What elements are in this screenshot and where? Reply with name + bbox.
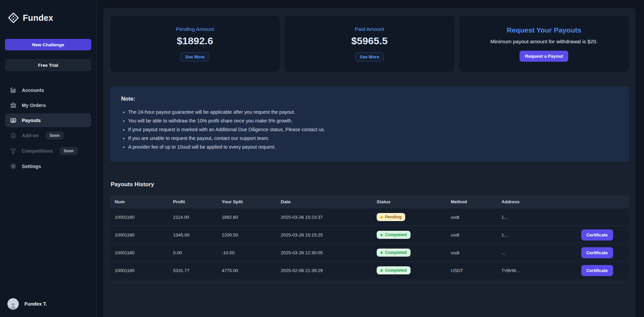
content-panel: Pending Amount $1892.6 See More Paid Amo… bbox=[103, 8, 636, 317]
status-dot-icon bbox=[380, 252, 383, 254]
paid-see-more-button[interactable]: See More bbox=[355, 52, 384, 61]
table-row: 10001160 1345.00 1200.50 2025-03-26 15:1… bbox=[110, 226, 629, 244]
sidebar-item-label: Settings bbox=[22, 164, 41, 169]
column-header-date: Date bbox=[276, 199, 372, 204]
paid-amount-card: Paid Amount $5965.5 See More bbox=[284, 16, 454, 72]
cell-profit: 2114.00 bbox=[168, 215, 217, 220]
note-item: The 24-hour payout guarantee will be app… bbox=[128, 108, 618, 116]
note-list: The 24-hour payout guarantee will be app… bbox=[121, 108, 618, 151]
section-divider bbox=[110, 282, 629, 282]
request-payouts-title: Request Your Payouts bbox=[507, 26, 581, 34]
minimum-payout-text: Minimum payout amount for withdrawal is … bbox=[490, 39, 598, 45]
payouts-history-table: Num Profit Your Split Date Status Method… bbox=[110, 195, 629, 279]
table-header-row: Num Profit Your Split Date Status Method… bbox=[110, 195, 629, 208]
payouts-history-title: Payouts History bbox=[110, 181, 629, 188]
puzzle-icon bbox=[10, 132, 17, 139]
note-box: Note: The 24-hour payout guarantee will … bbox=[110, 87, 629, 162]
cell-num: 10001160 bbox=[110, 250, 168, 255]
status-label: Completed bbox=[385, 268, 407, 273]
cell-address: ... bbox=[497, 250, 560, 255]
certificate-button[interactable]: Certificate bbox=[581, 247, 613, 258]
paid-amount-label: Paid Amount bbox=[355, 26, 384, 32]
pending-amount-label: Pending Amount bbox=[176, 26, 214, 32]
cell-split: 1892.60 bbox=[217, 215, 276, 220]
table-row: 10001160 2114.00 1892.60 2025-03-26 15:2… bbox=[110, 208, 629, 226]
cell-profit: 5331.77 bbox=[168, 268, 217, 273]
soon-badge: Soon bbox=[60, 147, 77, 155]
sidebar-item-add-on[interactable]: Add-on Soon bbox=[5, 128, 91, 143]
sidebar: Fundex New Challenge Free Trial Accounts bbox=[0, 0, 97, 317]
sidebar-item-label: Payouts bbox=[22, 118, 41, 123]
sidebar-item-payouts[interactable]: Payouts bbox=[5, 113, 91, 127]
sidebar-item-competitions[interactable]: Competitions Soon bbox=[5, 144, 91, 158]
request-payout-button[interactable]: Request a Payout bbox=[520, 51, 568, 62]
sidebar-item-accounts[interactable]: Accounts bbox=[5, 83, 91, 97]
cell-date: 2025-02-06 21:39:29 bbox=[276, 268, 372, 273]
sidebar-item-label: Competitions bbox=[22, 148, 53, 154]
cell-split: 4775.00 bbox=[217, 268, 276, 273]
cell-status: Completed bbox=[372, 266, 446, 274]
column-header-status: Status bbox=[372, 199, 446, 204]
cell-address: 1... bbox=[497, 232, 560, 237]
trophy-icon bbox=[10, 148, 17, 155]
gear-icon bbox=[10, 163, 17, 170]
soon-badge: Soon bbox=[46, 132, 63, 139]
cell-split: 1200.50 bbox=[217, 232, 276, 237]
cell-action: Certificate bbox=[560, 265, 629, 276]
pending-see-more-button[interactable]: See More bbox=[180, 52, 209, 61]
cell-method: usdt bbox=[446, 250, 497, 255]
cell-method: usdt bbox=[446, 215, 497, 220]
status-badge: Completed bbox=[377, 249, 411, 257]
cell-split: -10.00 bbox=[217, 250, 276, 255]
cell-num: 10001160 bbox=[110, 215, 168, 220]
cell-status: Completed bbox=[372, 231, 446, 239]
certificate-button[interactable]: Certificate bbox=[581, 229, 613, 241]
bank-icon bbox=[10, 102, 17, 109]
table-body: 10001160 2114.00 1892.60 2025-03-26 15:2… bbox=[110, 208, 629, 279]
brand-logo: Fundex bbox=[5, 0, 91, 23]
column-header-your-split: Your Split bbox=[217, 199, 276, 204]
cell-action: Certificate bbox=[560, 229, 629, 241]
fundex-logo-icon bbox=[8, 12, 19, 23]
banknote-icon bbox=[10, 117, 17, 124]
main-area: Pending Amount $1892.6 See More Paid Amo… bbox=[97, 0, 644, 317]
certificate-button[interactable]: Certificate bbox=[581, 265, 613, 276]
status-label: Completed bbox=[385, 232, 407, 237]
free-trial-button[interactable]: Free Trial bbox=[5, 59, 91, 71]
note-item: A provider fee of up to 10usd will be ap… bbox=[128, 143, 618, 151]
cell-status: Pending bbox=[372, 213, 446, 221]
pending-amount-value: $1892.6 bbox=[177, 35, 213, 47]
cell-date: 2025-03-26 15:15:25 bbox=[276, 232, 372, 237]
status-badge: Completed bbox=[377, 266, 411, 274]
user-profile[interactable]: Fundex T. bbox=[5, 298, 91, 317]
cell-profit: 1345.00 bbox=[168, 232, 217, 237]
sidebar-item-settings[interactable]: Settings bbox=[5, 159, 91, 173]
request-payout-card: Request Your Payouts Minimum payout amou… bbox=[459, 16, 629, 72]
table-row: 10001160 0.00 -10.00 2025-03-26 12:30:05… bbox=[110, 244, 629, 261]
sidebar-nav: Accounts My Orders bbox=[5, 83, 91, 173]
new-challenge-button[interactable]: New Challenge bbox=[5, 39, 91, 50]
column-header-address: Address bbox=[497, 199, 560, 204]
note-item: If you are unable to request the payout,… bbox=[128, 134, 618, 143]
sidebar-item-my-orders[interactable]: My Orders bbox=[5, 98, 91, 112]
sidebar-item-label: My Orders bbox=[22, 103, 46, 108]
cell-address: 1... bbox=[497, 215, 560, 220]
pending-amount-card: Pending Amount $1892.6 See More bbox=[110, 16, 280, 72]
avatar bbox=[7, 298, 19, 310]
note-item: If your payout request is marked with an… bbox=[128, 125, 618, 134]
cell-address: TVBrW... bbox=[497, 268, 560, 273]
table-row: 10001160 5331.77 4775.00 2025-02-06 21:3… bbox=[110, 261, 629, 279]
cell-action: Certificate bbox=[560, 247, 629, 258]
status-label: Completed bbox=[385, 250, 407, 255]
cell-date: 2025-03-26 15:23:37 bbox=[276, 215, 372, 220]
status-badge: Completed bbox=[377, 231, 411, 239]
status-dot-icon bbox=[380, 234, 383, 236]
paid-amount-value: $5965.5 bbox=[351, 35, 387, 47]
status-dot-icon bbox=[380, 269, 383, 272]
cell-profit: 0.00 bbox=[168, 250, 217, 255]
cell-status: Completed bbox=[372, 249, 446, 257]
cell-date: 2025-03-26 12:30:05 bbox=[276, 250, 372, 255]
column-header-num: Num bbox=[110, 199, 168, 204]
column-header-method: Method bbox=[446, 199, 497, 204]
status-dot-icon bbox=[380, 216, 383, 218]
